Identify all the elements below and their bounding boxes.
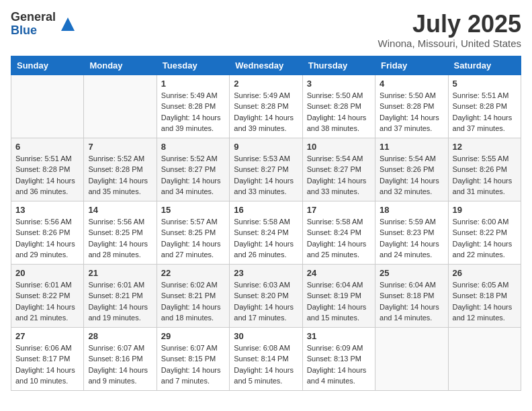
day-number: 19: [453, 205, 517, 215]
weekday-header-tuesday: Tuesday: [157, 56, 229, 75]
day-info: Sunrise: 6:09 AM Sunset: 8:13 PM Dayligh…: [307, 342, 371, 387]
day-info: Sunrise: 6:05 AM Sunset: 8:18 PM Dayligh…: [453, 279, 517, 324]
calendar-cell: 11Sunrise: 5:54 AM Sunset: 8:26 PM Dayli…: [375, 138, 448, 201]
calendar-cell: [375, 327, 448, 390]
calendar-cell: 23Sunrise: 6:03 AM Sunset: 8:20 PM Dayli…: [230, 264, 302, 327]
calendar-cell: 19Sunrise: 6:00 AM Sunset: 8:22 PM Dayli…: [448, 201, 521, 264]
weekday-header-monday: Monday: [84, 56, 157, 75]
day-number: 17: [307, 205, 371, 215]
calendar-table: SundayMondayTuesdayWednesdayThursdayFrid…: [11, 56, 521, 391]
day-info: Sunrise: 5:52 AM Sunset: 8:28 PM Dayligh…: [88, 153, 152, 197]
calendar-cell: 13Sunrise: 5:56 AM Sunset: 8:26 PM Dayli…: [11, 201, 84, 264]
title-area: July 2025 Winona, Missouri, United State…: [378, 11, 521, 49]
weekday-header-sunday: Sunday: [11, 56, 84, 75]
day-number: 1: [161, 79, 225, 89]
calendar-cell: 14Sunrise: 5:56 AM Sunset: 8:25 PM Dayli…: [84, 201, 157, 264]
weekday-header-thursday: Thursday: [302, 56, 375, 75]
day-info: Sunrise: 6:04 AM Sunset: 8:19 PM Dayligh…: [307, 279, 371, 324]
calendar-cell: 21Sunrise: 6:01 AM Sunset: 8:21 PM Dayli…: [84, 264, 157, 327]
calendar-cell: 18Sunrise: 5:59 AM Sunset: 8:23 PM Dayli…: [375, 201, 448, 264]
weekday-header-row: SundayMondayTuesdayWednesdayThursdayFrid…: [11, 56, 521, 75]
day-number: 5: [453, 79, 517, 89]
calendar-week-row: 20Sunrise: 6:01 AM Sunset: 8:22 PM Dayli…: [11, 264, 521, 327]
day-info: Sunrise: 5:50 AM Sunset: 8:28 PM Dayligh…: [307, 90, 371, 134]
day-number: 8: [161, 142, 225, 152]
day-number: 4: [380, 79, 443, 89]
svg-marker-0: [61, 17, 75, 31]
day-number: 31: [307, 331, 371, 341]
day-info: Sunrise: 5:51 AM Sunset: 8:28 PM Dayligh…: [15, 153, 79, 197]
day-info: Sunrise: 6:06 AM Sunset: 8:17 PM Dayligh…: [15, 342, 79, 387]
calendar-week-row: 13Sunrise: 5:56 AM Sunset: 8:26 PM Dayli…: [11, 201, 521, 264]
day-number: 18: [380, 205, 443, 215]
calendar-cell: 22Sunrise: 6:02 AM Sunset: 8:21 PM Dayli…: [157, 264, 229, 327]
logo-blue-text: Blue: [11, 24, 56, 38]
day-info: Sunrise: 5:49 AM Sunset: 8:28 PM Dayligh…: [161, 90, 225, 134]
day-number: 16: [234, 205, 298, 215]
calendar-cell: 20Sunrise: 6:01 AM Sunset: 8:22 PM Dayli…: [11, 264, 84, 327]
day-number: 7: [88, 142, 152, 152]
day-number: 20: [15, 268, 79, 278]
calendar-cell: 12Sunrise: 5:55 AM Sunset: 8:26 PM Dayli…: [448, 138, 521, 201]
calendar-cell: 25Sunrise: 6:04 AM Sunset: 8:18 PM Dayli…: [375, 264, 448, 327]
calendar-cell: 3Sunrise: 5:50 AM Sunset: 8:28 PM Daylig…: [302, 75, 375, 138]
day-number: 24: [307, 268, 371, 278]
calendar-cell: 5Sunrise: 5:51 AM Sunset: 8:28 PM Daylig…: [448, 75, 521, 138]
day-number: 6: [15, 142, 79, 152]
weekday-header-wednesday: Wednesday: [230, 56, 302, 75]
day-info: Sunrise: 5:52 AM Sunset: 8:27 PM Dayligh…: [161, 153, 225, 197]
day-info: Sunrise: 5:50 AM Sunset: 8:28 PM Dayligh…: [380, 90, 443, 134]
calendar-cell: 26Sunrise: 6:05 AM Sunset: 8:18 PM Dayli…: [448, 264, 521, 327]
day-number: 27: [15, 331, 79, 341]
day-number: 22: [161, 268, 225, 278]
location-text: Winona, Missouri, United States: [378, 38, 521, 49]
day-info: Sunrise: 5:56 AM Sunset: 8:25 PM Dayligh…: [88, 216, 152, 261]
day-info: Sunrise: 5:49 AM Sunset: 8:28 PM Dayligh…: [234, 90, 298, 134]
day-number: 14: [88, 205, 152, 215]
day-number: 3: [307, 79, 371, 89]
day-number: 28: [88, 331, 152, 341]
day-info: Sunrise: 6:03 AM Sunset: 8:20 PM Dayligh…: [234, 279, 298, 324]
day-number: 15: [161, 205, 225, 215]
day-info: Sunrise: 6:07 AM Sunset: 8:16 PM Dayligh…: [88, 342, 152, 387]
calendar-cell: 10Sunrise: 5:54 AM Sunset: 8:27 PM Dayli…: [302, 138, 375, 201]
calendar-cell: [11, 75, 84, 138]
calendar-cell: 30Sunrise: 6:08 AM Sunset: 8:14 PM Dayli…: [230, 327, 302, 390]
calendar-cell: 7Sunrise: 5:52 AM Sunset: 8:28 PM Daylig…: [84, 138, 157, 201]
calendar-cell: 8Sunrise: 5:52 AM Sunset: 8:27 PM Daylig…: [157, 138, 229, 201]
calendar-week-row: 6Sunrise: 5:51 AM Sunset: 8:28 PM Daylig…: [11, 138, 521, 201]
weekday-header-saturday: Saturday: [448, 56, 521, 75]
logo-icon: [58, 15, 77, 34]
calendar-cell: 31Sunrise: 6:09 AM Sunset: 8:13 PM Dayli…: [302, 327, 375, 390]
day-info: Sunrise: 5:57 AM Sunset: 8:25 PM Dayligh…: [161, 216, 225, 261]
calendar-cell: 27Sunrise: 6:06 AM Sunset: 8:17 PM Dayli…: [11, 327, 84, 390]
day-info: Sunrise: 5:56 AM Sunset: 8:26 PM Dayligh…: [15, 216, 79, 261]
day-number: 9: [234, 142, 298, 152]
calendar-week-row: 27Sunrise: 6:06 AM Sunset: 8:17 PM Dayli…: [11, 327, 521, 390]
day-info: Sunrise: 5:53 AM Sunset: 8:27 PM Dayligh…: [234, 153, 298, 197]
calendar-cell: 1Sunrise: 5:49 AM Sunset: 8:28 PM Daylig…: [157, 75, 229, 138]
calendar-cell: 6Sunrise: 5:51 AM Sunset: 8:28 PM Daylig…: [11, 138, 84, 201]
day-info: Sunrise: 6:04 AM Sunset: 8:18 PM Dayligh…: [380, 279, 443, 324]
calendar-cell: 17Sunrise: 5:58 AM Sunset: 8:24 PM Dayli…: [302, 201, 375, 264]
calendar-cell: [84, 75, 157, 138]
day-number: 23: [234, 268, 298, 278]
weekday-header-friday: Friday: [375, 56, 448, 75]
day-info: Sunrise: 6:01 AM Sunset: 8:22 PM Dayligh…: [15, 279, 79, 324]
calendar-cell: 15Sunrise: 5:57 AM Sunset: 8:25 PM Dayli…: [157, 201, 229, 264]
month-title: July 2025: [378, 11, 521, 38]
day-info: Sunrise: 5:58 AM Sunset: 8:24 PM Dayligh…: [234, 216, 298, 261]
day-info: Sunrise: 6:01 AM Sunset: 8:21 PM Dayligh…: [88, 279, 152, 324]
day-info: Sunrise: 5:55 AM Sunset: 8:26 PM Dayligh…: [453, 153, 517, 197]
day-info: Sunrise: 5:54 AM Sunset: 8:26 PM Dayligh…: [380, 153, 443, 197]
day-number: 2: [234, 79, 298, 89]
calendar-cell: 24Sunrise: 6:04 AM Sunset: 8:19 PM Dayli…: [302, 264, 375, 327]
logo: General Blue: [11, 11, 77, 38]
day-info: Sunrise: 6:08 AM Sunset: 8:14 PM Dayligh…: [234, 342, 298, 387]
calendar-cell: 4Sunrise: 5:50 AM Sunset: 8:28 PM Daylig…: [375, 75, 448, 138]
day-number: 13: [15, 205, 79, 215]
day-number: 12: [453, 142, 517, 152]
day-info: Sunrise: 5:54 AM Sunset: 8:27 PM Dayligh…: [307, 153, 371, 197]
day-number: 10: [307, 142, 371, 152]
day-info: Sunrise: 6:00 AM Sunset: 8:22 PM Dayligh…: [453, 216, 517, 261]
